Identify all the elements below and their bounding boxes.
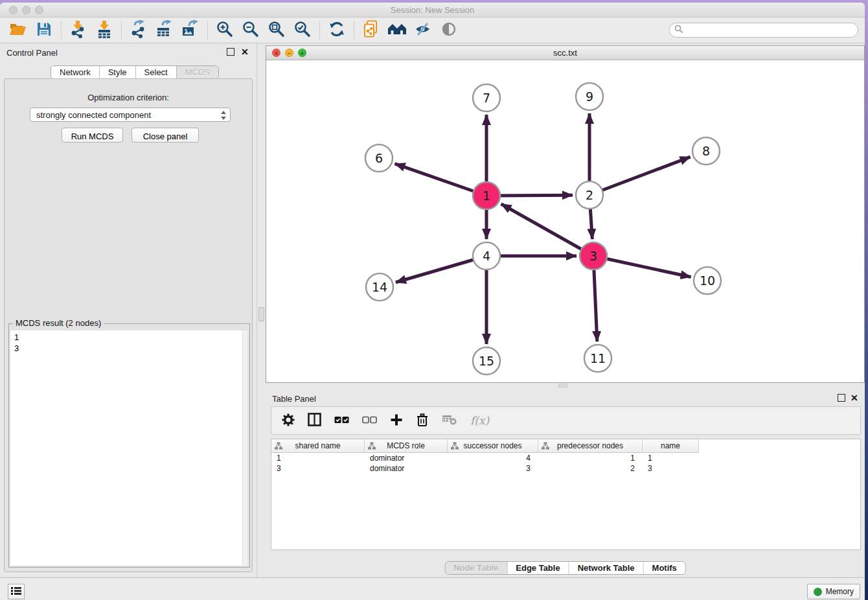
deselect-all-button[interactable] xyxy=(362,415,377,427)
table-cell: 2 xyxy=(538,463,643,474)
node-table-body: 1dominator4113dominator323 xyxy=(271,453,860,474)
export-image-button[interactable] xyxy=(177,20,203,41)
tree-icon xyxy=(275,442,282,452)
tab-edge-table[interactable]: Edge Table xyxy=(507,562,569,574)
tab-node-table[interactable]: Node Table xyxy=(445,562,507,574)
fx-icon: f(x) xyxy=(470,414,489,427)
svg-text:15: 15 xyxy=(479,354,494,368)
mcds-panel: Optimization criterion: strongly connect… xyxy=(4,78,253,572)
run-mcds-button[interactable]: Run MCDS xyxy=(62,128,123,143)
export-network-button[interactable] xyxy=(126,20,152,41)
export-table-button[interactable] xyxy=(152,20,177,41)
tab-mcds[interactable]: MCDS xyxy=(177,66,218,78)
tab-network[interactable]: Network xyxy=(51,66,100,78)
node-1[interactable]: 1 xyxy=(473,182,500,209)
column-layout-button[interactable] xyxy=(308,413,321,428)
node-11[interactable]: 11 xyxy=(584,345,611,372)
node-8[interactable]: 8 xyxy=(692,137,720,165)
open-folder-icon xyxy=(9,21,27,39)
add-column-button[interactable] xyxy=(390,413,403,428)
tab-style[interactable]: Style xyxy=(100,66,136,78)
zoom-selected-button[interactable] xyxy=(290,20,315,41)
control-panel-tabs: Network Style Select MCDS xyxy=(51,65,219,79)
svg-text:2: 2 xyxy=(586,188,593,202)
zoom-fit-icon xyxy=(268,21,285,40)
network-file-icon xyxy=(363,20,380,40)
list-icon xyxy=(10,586,22,598)
new-network-file-button[interactable] xyxy=(358,20,384,41)
node-4[interactable]: 4 xyxy=(473,242,500,270)
zoom-fit-button[interactable] xyxy=(264,20,290,41)
column-header-mcds-role[interactable]: MCDS role xyxy=(365,439,448,453)
vertical-splitter[interactable] xyxy=(257,43,266,577)
table-settings-button[interactable] xyxy=(282,413,295,428)
close-panel-icon[interactable]: ✕ xyxy=(241,48,249,56)
node-9[interactable]: 9 xyxy=(576,83,603,110)
main-toolbar xyxy=(0,17,865,43)
home-view-button[interactable] xyxy=(384,20,410,41)
status-bar: Memory xyxy=(0,577,865,600)
svg-text:8: 8 xyxy=(702,144,710,158)
network-graph[interactable]: 7968124314101511 xyxy=(266,60,864,382)
optimization-criterion-select[interactable]: strongly connected component xyxy=(30,108,231,122)
tab-select[interactable]: Select xyxy=(136,66,177,78)
node-10[interactable]: 10 xyxy=(694,267,721,294)
zoom-in-icon xyxy=(216,21,233,40)
node-6[interactable]: 6 xyxy=(365,144,393,172)
show-elements-button[interactable] xyxy=(436,20,462,41)
horizontal-splitter-grabber[interactable] xyxy=(558,384,567,387)
edge-1-6[interactable] xyxy=(395,164,486,196)
float-panel-icon[interactable] xyxy=(227,48,234,56)
table-panel-title: Table Panel xyxy=(272,394,316,404)
trash-icon xyxy=(416,413,429,429)
refresh-icon xyxy=(328,21,345,40)
close-panel-button[interactable]: Close panel xyxy=(131,128,199,143)
column-header-successor-nodes[interactable]: successor nodes xyxy=(448,439,538,453)
import-network-button[interactable] xyxy=(65,20,91,41)
edge-3-10[interactable] xyxy=(593,256,691,277)
memory-button[interactable]: Memory xyxy=(807,584,860,599)
table-cell: 4 xyxy=(448,453,538,463)
result-scrollbar[interactable] xyxy=(242,330,247,566)
column-header-shared-name[interactable]: shared name xyxy=(271,439,365,453)
import-table-button[interactable] xyxy=(91,20,117,41)
node-7[interactable]: 7 xyxy=(473,84,500,111)
hide-elements-button[interactable] xyxy=(410,20,436,41)
float-table-panel-icon[interactable] xyxy=(838,394,845,402)
zoom-out-button[interactable] xyxy=(238,20,264,41)
network-titlebar[interactable]: × − + scc.txt xyxy=(266,46,864,60)
tab-motifs[interactable]: Motifs xyxy=(644,562,685,574)
svg-text:3: 3 xyxy=(589,249,597,263)
mcds-result-text[interactable]: 1 3 xyxy=(10,330,242,566)
save-session-button[interactable] xyxy=(31,20,57,41)
search-input[interactable] xyxy=(669,23,858,38)
refresh-layout-button[interactable] xyxy=(324,20,350,41)
table-toolbar: f(x) xyxy=(271,406,861,435)
export-network-icon xyxy=(130,20,147,40)
tab-network-table[interactable]: Network Table xyxy=(569,562,644,574)
edge-3-1[interactable] xyxy=(501,204,593,256)
open-session-button[interactable] xyxy=(5,20,31,41)
svg-text:11: 11 xyxy=(590,351,606,365)
node-15[interactable]: 15 xyxy=(473,347,500,375)
node-3[interactable]: 3 xyxy=(580,242,607,270)
node-14[interactable]: 14 xyxy=(366,273,393,301)
edge-2-8[interactable] xyxy=(589,157,691,195)
table-row[interactable]: 1dominator411 xyxy=(271,453,860,463)
optimization-criterion-label: Optimization criterion: xyxy=(5,93,252,102)
column-header-predecessor-nodes[interactable]: predecessor nodes xyxy=(538,439,643,453)
column-header-name[interactable]: name xyxy=(643,439,699,453)
delete-table-button[interactable] xyxy=(442,413,457,428)
apply-function-button[interactable]: f(x) xyxy=(470,414,489,427)
table-row[interactable]: 3dominator323 xyxy=(271,463,860,474)
zoom-in-button[interactable] xyxy=(212,20,238,41)
close-table-panel-icon[interactable]: ✕ xyxy=(851,394,858,402)
select-all-button[interactable] xyxy=(334,415,349,427)
node-2[interactable]: 2 xyxy=(576,181,603,209)
task-history-button[interactable] xyxy=(8,584,25,599)
search-icon xyxy=(674,25,683,36)
delete-column-button[interactable] xyxy=(416,413,429,429)
import-network-icon xyxy=(70,20,87,40)
memory-label: Memory xyxy=(826,587,854,596)
splitter-grabber[interactable] xyxy=(258,307,264,321)
